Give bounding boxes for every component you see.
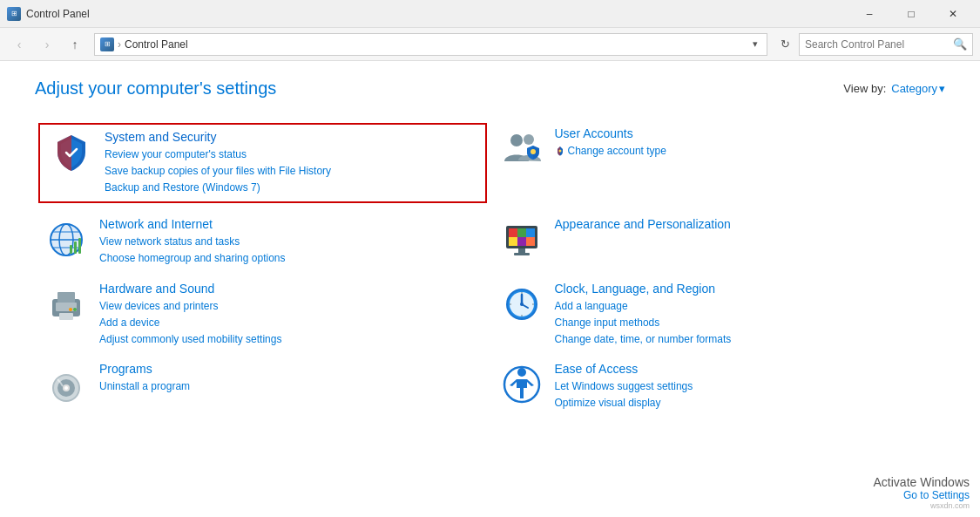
close-button[interactable]: ✕ — [933, 2, 973, 26]
activate-line2[interactable]: Go to Settings — [874, 489, 970, 501]
forward-button[interactable]: › — [35, 32, 59, 57]
network-content: Network and Internet View network status… — [99, 217, 480, 268]
activate-line1: Activate Windows — [874, 475, 970, 489]
svg-point-27 — [73, 308, 77, 311]
clock-title[interactable]: Clock, Language, and Region — [555, 282, 936, 296]
svg-rect-22 — [514, 253, 530, 255]
hardware-link-3[interactable]: Adjust commonly used mobility settings — [99, 332, 480, 347]
svg-rect-21 — [518, 248, 525, 253]
activate-windows: Activate Windows Go to Settings wsxdn.co… — [874, 475, 970, 510]
breadcrumb-sep: › — [118, 38, 121, 51]
category-item-appearance: Appearance and Personalization — [490, 210, 946, 275]
ease-content: Ease of Access Let Windows suggest setti… — [555, 362, 936, 412]
svg-point-44 — [517, 368, 526, 377]
programs-content: Programs Uninstall a program — [99, 362, 480, 396]
title-bar-controls: – □ ✕ — [849, 2, 973, 26]
clock-link-3[interactable]: Change date, time, or number formats — [555, 332, 936, 347]
title-bar-left: ⊞ Control Panel — [7, 7, 90, 21]
window-title: Control Panel — [26, 8, 90, 20]
hardware-title[interactable]: Hardware and Sound — [99, 282, 480, 296]
address-icon: ⊞ — [100, 37, 114, 51]
system-security-link-1[interactable]: Review your computer's status — [105, 147, 475, 162]
minimize-button[interactable]: – — [849, 2, 889, 26]
refresh-button[interactable]: ↻ — [774, 34, 795, 55]
svg-point-2 — [531, 149, 536, 154]
svg-rect-10 — [70, 245, 72, 254]
category-item-programs: Programs Uninstall a program — [35, 355, 490, 419]
hardware-content: Hardware and Sound View devices and prin… — [99, 282, 480, 348]
programs-icon — [45, 364, 87, 405]
address-label: Control Panel — [125, 38, 188, 51]
view-by-label: View by: — [843, 82, 886, 95]
svg-point-3 — [558, 150, 561, 153]
category-item-ease: Ease of Access Let Windows suggest setti… — [490, 355, 946, 419]
clock-link-1[interactable]: Add a language — [555, 299, 936, 314]
hardware-link-2[interactable]: Add a device — [99, 316, 480, 330]
svg-rect-15 — [509, 228, 517, 237]
svg-rect-26 — [59, 313, 73, 320]
svg-rect-19 — [517, 237, 526, 246]
clock-content: Clock, Language, and Region Add a langua… — [555, 282, 936, 348]
page-header: Adjust your computer's settings View by:… — [35, 78, 945, 99]
svg-rect-12 — [78, 238, 81, 254]
ease-link-1[interactable]: Let Windows suggest settings — [555, 379, 936, 394]
search-box[interactable]: 🔍 — [799, 33, 973, 56]
network-link-1[interactable]: View network status and tasks — [99, 235, 480, 249]
svg-point-1 — [524, 134, 534, 145]
system-security-link-2[interactable]: Save backup copies of your files with Fi… — [105, 164, 475, 179]
svg-rect-25 — [57, 292, 75, 303]
user-accounts-icon — [501, 128, 543, 170]
user-accounts-title[interactable]: User Accounts — [555, 126, 936, 140]
system-security-content: System and Security Review your computer… — [105, 130, 475, 196]
hardware-link-1[interactable]: View devices and printers — [99, 299, 480, 314]
category-item-user-accounts: User Accounts Change account type — [490, 119, 946, 210]
control-panel-icon: ⊞ — [7, 7, 21, 21]
appearance-title[interactable]: Appearance and Personalization — [555, 217, 936, 231]
system-security-link-3[interactable]: Backup and Restore (Windows 7) — [105, 180, 475, 195]
category-item-network: Network and Internet View network status… — [35, 210, 490, 275]
svg-point-28 — [69, 308, 72, 311]
hardware-icon — [45, 283, 87, 325]
system-security-title[interactable]: System and Security — [105, 130, 475, 144]
svg-rect-17 — [526, 228, 535, 237]
svg-point-34 — [520, 303, 524, 306]
view-by-dropdown[interactable]: Category ▾ — [891, 82, 945, 95]
address-dropdown[interactable]: ▾ — [749, 37, 761, 51]
programs-title[interactable]: Programs — [99, 362, 480, 376]
back-button[interactable]: ‹ — [7, 32, 31, 57]
categories-grid: System and Security Review your computer… — [35, 119, 945, 419]
clock-icon — [501, 283, 543, 325]
ease-title[interactable]: Ease of Access — [555, 362, 936, 376]
svg-rect-16 — [517, 228, 526, 237]
programs-link-1[interactable]: Uninstall a program — [99, 379, 480, 394]
network-link-2[interactable]: Choose homegroup and sharing options — [99, 251, 480, 266]
ease-link-2[interactable]: Optimize visual display — [555, 396, 936, 411]
nav-bar: ‹ › ↑ ⊞ › Control Panel ▾ ↻ 🔍 — [0, 28, 980, 61]
category-item-system-security: System and Security Review your computer… — [38, 123, 487, 203]
view-by: View by: Category ▾ — [843, 82, 945, 95]
system-security-icon — [51, 132, 92, 173]
title-bar: ⊞ Control Panel – □ ✕ — [0, 0, 980, 28]
user-accounts-content: User Accounts Change account type — [555, 126, 936, 160]
category-item-clock: Clock, Language, and Region Add a langua… — [490, 275, 946, 355]
maximize-button[interactable]: □ — [891, 2, 931, 26]
svg-rect-20 — [526, 237, 535, 246]
svg-point-0 — [510, 134, 523, 146]
main-content: Adjust your computer's settings View by:… — [0, 61, 980, 517]
svg-point-43 — [64, 386, 68, 390]
network-icon — [45, 219, 87, 261]
address-bar[interactable]: ⊞ › Control Panel ▾ — [94, 33, 767, 56]
search-button[interactable]: 🔍 — [953, 37, 967, 51]
user-accounts-link-1[interactable]: Change account type — [555, 144, 936, 159]
page-title: Adjust your computer's settings — [35, 78, 276, 99]
up-button[interactable]: ↑ — [63, 32, 87, 57]
search-input[interactable] — [805, 38, 950, 51]
svg-rect-11 — [74, 241, 77, 254]
appearance-content: Appearance and Personalization — [555, 217, 936, 235]
network-title[interactable]: Network and Internet — [99, 217, 480, 231]
appearance-icon — [501, 219, 543, 261]
category-item-hardware: Hardware and Sound View devices and prin… — [35, 275, 490, 355]
svg-rect-18 — [509, 237, 517, 246]
ease-icon — [501, 364, 543, 405]
clock-link-2[interactable]: Change input methods — [555, 316, 936, 330]
